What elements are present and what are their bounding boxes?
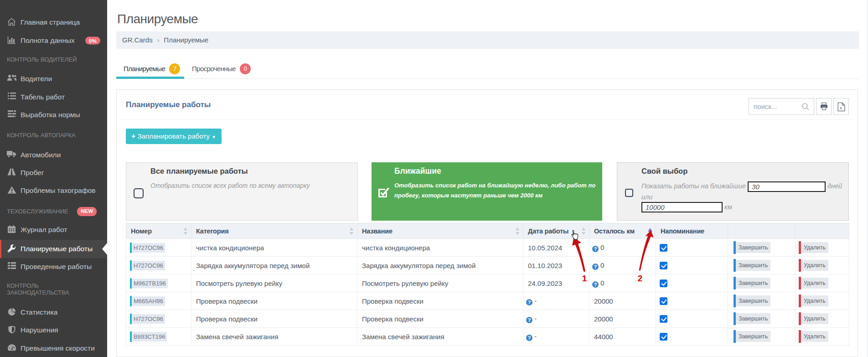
svg-text:x: x	[839, 105, 842, 110]
